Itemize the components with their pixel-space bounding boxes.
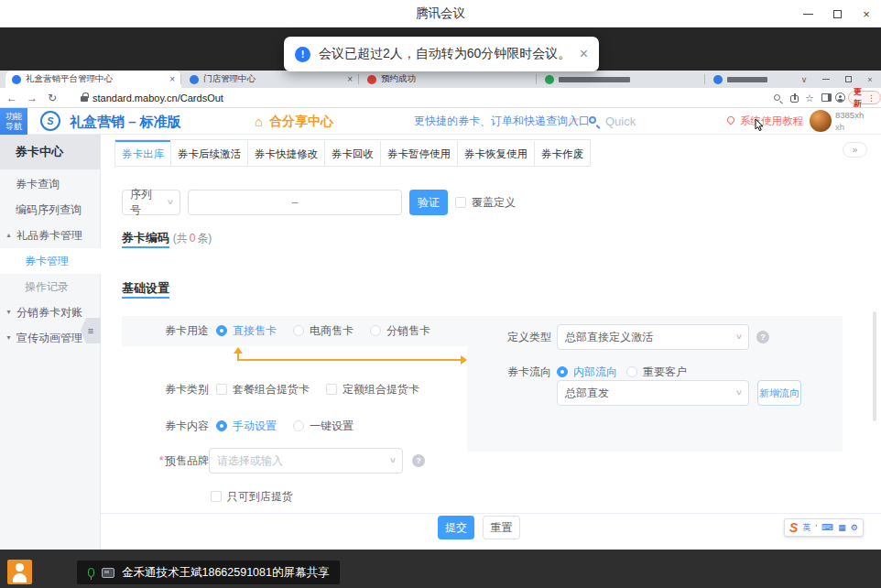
sidebar-group-gift-cards[interactable]: ▲ 礼品券卡管理	[0, 223, 101, 248]
sidebar-item-op-log[interactable]: 操作记录	[0, 274, 101, 299]
forward-button[interactable]: →	[24, 88, 40, 108]
tab-favicon-icon	[367, 75, 376, 84]
reset-button[interactable]: 重置	[483, 516, 520, 539]
close-button[interactable]: ×	[852, 0, 881, 27]
quick-entry-link[interactable]: 更快捷的券卡、订单和快递查询入口	[414, 108, 590, 135]
verify-button[interactable]: 验证	[409, 190, 448, 215]
quick-search-icon[interactable]	[589, 116, 596, 124]
submit-button[interactable]: 提交	[438, 516, 474, 539]
tab-close-icon[interactable]: ×	[169, 74, 175, 84]
screen: 腾讯会议 × ! 会议已超过2人，自动转为60分钟限时会议。 × 礼盒营销平台管…	[0, 0, 881, 588]
radio-onekey-setting[interactable]: 一键设置	[293, 419, 353, 434]
tab-label: 礼盒营销平台管理中心	[26, 73, 164, 85]
browser-tab[interactable]: 门店管理中心 ×	[183, 71, 359, 88]
zoom-icon[interactable]	[774, 94, 780, 101]
site-header: 功能 导航 S 礼盒营销 – 标准版 ⌂ 合分享中心 更快捷的券卡、订单和快递查…	[0, 108, 881, 135]
side-panel-icon[interactable]	[821, 93, 832, 102]
code-count-number: 0	[188, 232, 198, 245]
option-label: 定额组合提货卡	[343, 382, 419, 397]
brand-select[interactable]: 请选择或输入 ∨	[209, 448, 403, 474]
tab-card-resume[interactable]: 券卡恢复使用	[457, 140, 534, 166]
radio-icon	[370, 325, 381, 336]
help-icon[interactable]: ?	[412, 454, 425, 467]
tab-card-activate[interactable]: 券卡后续激活	[170, 140, 247, 166]
checkbox-fixed-card[interactable]: 定额组合提货卡	[326, 382, 419, 397]
usage-row: 券卡用途 直接售卡 电商售卡 分销售卡	[122, 318, 447, 343]
sidebar-item-card-query[interactable]: 券卡查询	[0, 171, 101, 197]
serial-type-select[interactable]: 序列号 ∨	[122, 190, 180, 215]
radio-icon	[293, 325, 304, 336]
browser-tab-obscured[interactable]	[538, 71, 703, 88]
checkbox-package-card[interactable]: 套餐组合提货卡	[216, 382, 310, 397]
browser-tab-active[interactable]: 礼盒营销平台管理中心 ×	[5, 71, 181, 88]
code-title-underline	[122, 246, 169, 248]
ime-punctuation-icon[interactable]: ’	[815, 524, 817, 532]
tab-card-outbound[interactable]: 券卡出库	[115, 140, 170, 166]
browser-minimize-button[interactable]	[815, 71, 837, 88]
expand-button[interactable]: »	[843, 142, 867, 158]
tab-card-void[interactable]: 券卡作废	[534, 140, 590, 166]
add-flow-button[interactable]: 新增流向	[757, 380, 801, 406]
tab-separator	[536, 74, 537, 84]
share-center-home-icon: ⌂	[255, 108, 263, 135]
checkbox-store-pickup-only[interactable]: 只可到店提货	[211, 489, 293, 505]
radio-selected-icon	[557, 366, 568, 377]
radio-direct-sale[interactable]: 直接售卡	[216, 323, 277, 339]
user-name: 8385xh	[835, 110, 864, 121]
main-tabbar: 券卡出库 券卡后续激活 券卡快捷修改 券卡回收 券卡暂停使用 券卡恢复使用 券卡…	[114, 139, 591, 167]
reload-button[interactable]: ↻	[44, 88, 60, 108]
close-icon: ×	[863, 7, 870, 21]
toast-close-icon[interactable]: ×	[580, 47, 588, 61]
bookmark-star-icon[interactable]: ☆	[805, 88, 814, 108]
radio-distribution-sale[interactable]: 分销售卡	[370, 323, 430, 339]
tab-card-recycle[interactable]: 券卡回收	[324, 140, 380, 166]
meeting-toast: ! 会议已超过2人，自动转为60分钟限时会议。 ×	[284, 37, 599, 71]
basic-title-underline	[122, 297, 169, 299]
nav-toggle-button[interactable]: 功能 导航	[0, 108, 27, 135]
sidebar-item-serial-query[interactable]: 编码序列查询	[0, 197, 101, 223]
tab-close-icon[interactable]: ×	[347, 74, 353, 84]
sidebar-item-card-mgmt[interactable]: 券卡管理	[0, 248, 101, 274]
tab-card-quick-edit[interactable]: 券卡快捷修改	[247, 140, 324, 166]
sogou-logo-icon[interactable]: S	[789, 521, 798, 534]
back-button[interactable]: ←	[4, 88, 20, 108]
help-icon[interactable]: ?	[756, 331, 769, 343]
ime-toolbox-icon[interactable]: ▦	[838, 524, 846, 532]
share-center-link[interactable]: 合分享中心	[269, 108, 333, 135]
browser-tab-obscured[interactable]	[707, 71, 789, 88]
scrollbar-thumb[interactable]	[873, 311, 876, 421]
info-icon: !	[295, 47, 310, 62]
flow-target-select[interactable]: 总部直发 ∨	[557, 380, 749, 406]
share-icon[interactable]	[790, 95, 799, 103]
tab-card-suspend[interactable]: 券卡暂停使用	[380, 140, 457, 166]
url-text[interactable]: standard.maboy.cn/CardsOut	[92, 88, 223, 108]
serial-range-input[interactable]: –	[188, 190, 402, 215]
chevron-down-icon: ∨	[167, 198, 175, 206]
tab-search-button[interactable]: ∨	[793, 71, 815, 88]
browser-tab[interactable]: 预约成功	[361, 71, 537, 88]
select-value: 总部直发	[565, 386, 609, 401]
quick-label[interactable]: Quick	[605, 108, 636, 135]
location-pin-icon	[725, 114, 735, 125]
content-label: 券卡内容	[122, 419, 209, 434]
minimize-icon	[803, 14, 813, 15]
profile-icon[interactable]	[835, 93, 845, 103]
option-label: 只可到店提货	[227, 489, 293, 505]
nav-toggle-label: 导航	[5, 122, 22, 131]
radio-important-customer[interactable]: 重要客户	[626, 365, 687, 380]
ime-settings-icon[interactable]: ⚙	[851, 524, 858, 532]
ime-language-icon[interactable]: 英	[802, 524, 810, 532]
radio-manual-setting[interactable]: 手动设置	[216, 419, 277, 434]
ime-keyboard-icon[interactable]: ⌨	[821, 524, 833, 532]
definition-type-label: 定义类型	[507, 330, 551, 345]
meeting-title: 腾讯会议	[0, 0, 881, 27]
override-checkbox[interactable]	[455, 197, 466, 208]
radio-ecommerce-sale[interactable]: 电商售卡	[293, 323, 353, 339]
maximize-button[interactable]	[822, 0, 852, 27]
browser-update-button[interactable]: 更新 ⋮	[848, 91, 881, 104]
radio-internal-flow[interactable]: 内部流向	[557, 365, 617, 380]
definition-type-select[interactable]: 总部直接定义激活 ∨	[557, 324, 749, 350]
minimize-button[interactable]	[793, 0, 822, 27]
user-avatar[interactable]	[810, 110, 832, 132]
tutorial-link[interactable]: 系统使用教程	[740, 108, 803, 135]
